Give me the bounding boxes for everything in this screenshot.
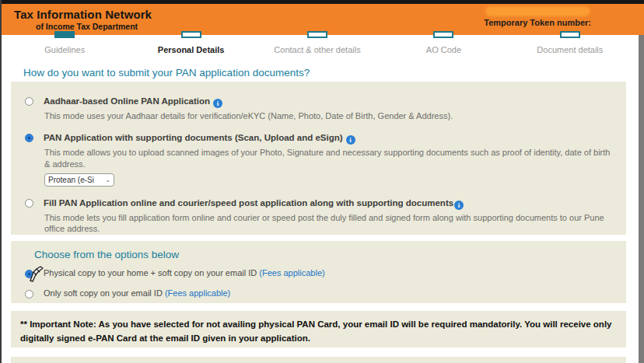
delivery-heading: Choose from the options below [34,249,614,260]
step-marker-icon [307,31,327,38]
site-header: Tax Information Network of Income Tax De… [2,4,644,35]
page-question: How do you want to submit your PAN appli… [23,67,310,79]
option-label: Fill PAN Application online and courier/… [44,198,453,208]
esign-provider-value: Protean (e-Si [48,176,94,184]
option-description: This mode lets you fill application form… [44,212,614,235]
step-document-details[interactable]: Document details [507,35,633,62]
delivery-options-panel: Choose from the options below Physical c… [11,241,626,303]
radio-aadhaar-ekyc[interactable] [25,97,33,106]
option-physical-and-soft-copy: Physical copy to your home + soft copy o… [23,268,614,278]
radio-physical-and-soft-copy[interactable] [25,270,33,278]
step-marker-icon [433,31,453,38]
info-icon[interactable] [346,135,355,145]
important-note-text: ** Important Note: As you have selected … [20,318,617,346]
delivery-option-label: Physical copy to your home + soft copy o… [44,268,259,277]
radio-courier-post[interactable] [25,199,33,208]
option-description: This mode uses your Aadhaar details for … [44,110,614,121]
chevron-down-icon: ⌄ [105,176,110,183]
site-title: Tax Information Network [14,8,152,21]
submit-options-panel: Aadhaar-based Online PAN Application Thi… [11,82,626,235]
info-icon[interactable] [454,201,464,210]
progress-stepper: Guidelines Personal Details Contact & ot… [2,35,633,62]
option-label: PAN Application with supporting document… [44,133,343,142]
token-label: Temporary Token number: [484,18,591,27]
token-area: Temporary Token number: [484,6,591,27]
step-personal-details[interactable]: Personal Details [128,35,254,62]
radio-soft-copy-only[interactable] [25,290,33,298]
important-note-panel: ** Important Note: As you have selected … [11,311,626,347]
option-label: Aadhaar-based Online PAN Application [44,96,210,106]
token-redaction [485,6,590,16]
step-marker-icon [560,31,580,38]
esign-provider-select[interactable]: Protean (e-Si ⌄ [44,173,114,187]
scrollbar[interactable] [639,35,644,363]
option-description: This mode allows you to upload scanned i… [44,147,614,169]
option-scan-upload-esign: PAN Application with supporting document… [23,132,614,187]
left-edge-bar [0,0,2,363]
option-courier-post: Fill PAN Application online and courier/… [23,197,614,235]
step-ao-code[interactable]: AO Code [380,35,506,62]
option-soft-copy-only: Only soft copy on your email ID (Fees ap… [23,288,614,298]
fees-applicable-link[interactable]: (Fees applicable) [259,268,324,277]
step-marker-icon [54,31,75,38]
browser-viewport: Tax Information Network of Income Tax De… [0,0,644,363]
site-logo: Tax Information Network of Income Tax De… [14,8,152,31]
delivery-option-label: Only soft copy on your email ID [44,288,165,298]
option-aadhaar-ekyc: Aadhaar-based Online PAN Application Thi… [23,96,614,121]
site-subtitle: of Income Tax Department [36,22,152,31]
next-panel-edge [11,357,626,363]
fees-applicable-link[interactable]: (Fees applicable) [165,288,230,298]
step-contact-details[interactable]: Contact & other details [254,35,380,62]
step-marker-icon [181,31,201,38]
info-icon[interactable] [213,99,222,108]
step-guidelines[interactable]: Guidelines [2,35,128,62]
radio-scan-upload-esign[interactable] [25,134,33,142]
